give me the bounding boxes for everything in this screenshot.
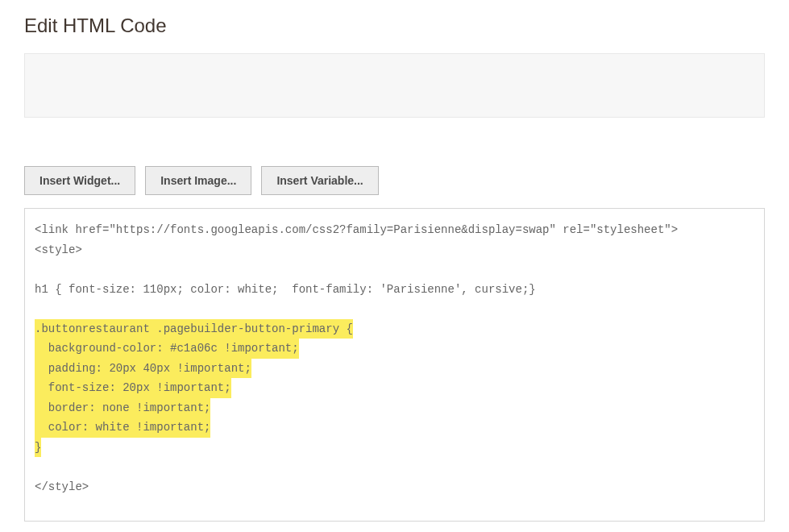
code-line-highlight: } [35, 438, 41, 458]
code-line: </style> [35, 480, 89, 493]
insert-widget-button[interactable]: Insert Widget... [24, 166, 135, 195]
insert-image-button[interactable]: Insert Image... [145, 166, 251, 195]
code-line-highlight: color: white !important; [35, 418, 210, 438]
code-line-highlight: font-size: 20px !important; [35, 378, 231, 398]
code-line-highlight: border: none !important; [35, 398, 210, 418]
code-line: h1 { font-size: 110px; color: white; fon… [35, 283, 536, 296]
insert-variable-button[interactable]: Insert Variable... [261, 166, 378, 195]
code-line-highlight: .buttonrestaurant .pagebuilder-button-pr… [35, 319, 353, 339]
insert-toolbar: Insert Widget... Insert Image... Insert … [24, 166, 765, 195]
code-line: <style> [35, 243, 82, 256]
html-code-textarea[interactable]: <link href="https://fonts.googleapis.com… [24, 208, 765, 522]
editor-panel-placeholder [24, 53, 765, 118]
code-line-highlight: padding: 20px 40px !important; [35, 359, 251, 379]
code-line-highlight: background-color: #c1a06c !important; [35, 339, 299, 359]
code-line: <link href="https://fonts.googleapis.com… [35, 223, 678, 236]
page-title: Edit HTML Code [24, 15, 765, 37]
